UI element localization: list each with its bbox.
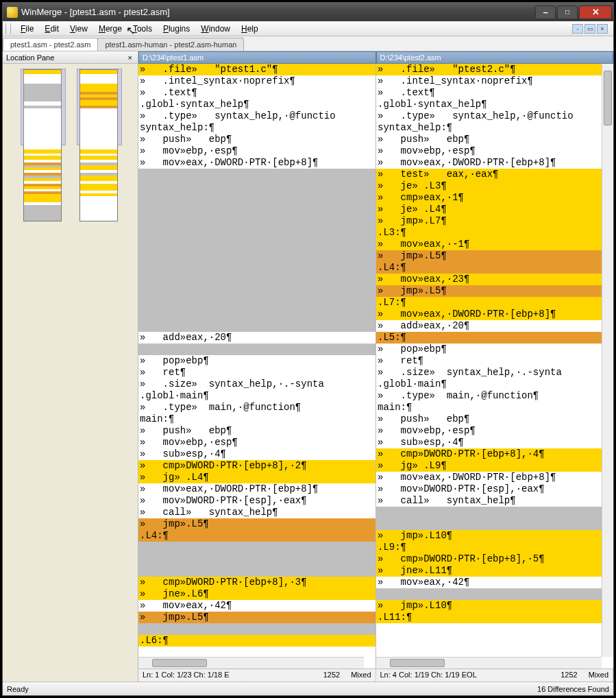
code-line[interactable]: » je» .L3¶	[376, 180, 613, 192]
location-pane-close-icon[interactable]: ×	[126, 53, 134, 62]
code-line[interactable]: .globl·main¶	[376, 378, 613, 390]
code-line[interactable]	[138, 262, 375, 274]
code-line[interactable]: » cmp»DWORD·PTR·[ebp+8],·3¶	[138, 577, 375, 588]
code-line[interactable]: » mov»ebp,·esp¶	[376, 425, 613, 437]
code-line[interactable]: » .type» main,·@function¶	[376, 390, 613, 402]
menu-window[interactable]: Window	[195, 23, 236, 35]
code-line[interactable]: .L3:¶	[376, 227, 613, 239]
code-line[interactable]	[138, 239, 375, 250]
code-line[interactable]: » jmp».L10¶	[376, 530, 613, 542]
code-line[interactable]: .L4:¶	[376, 262, 613, 274]
code-line[interactable]: » .type» main,·@function¶	[138, 402, 375, 413]
code-line[interactable]: » sub»esp,·4¶	[138, 448, 375, 460]
code-line[interactable]: » call» syntax_help¶	[376, 495, 613, 507]
code-line[interactable]: » sub»esp,·4¶	[376, 437, 613, 448]
code-line[interactable]: » mov»ebp,·esp¶	[376, 145, 613, 157]
code-line[interactable]	[138, 169, 375, 180]
menu-file[interactable]: File	[15, 23, 39, 35]
h-scrollbar[interactable]	[138, 657, 364, 669]
code-line[interactable]: » push» ebp¶	[138, 134, 375, 145]
menu-merge[interactable]: Merge	[93, 23, 127, 35]
code-line[interactable]: » push» ebp¶	[376, 413, 613, 425]
code-line[interactable]	[138, 320, 375, 332]
code-line[interactable]: » mov»eax,·DWORD·PTR·[ebp+8]¶	[376, 472, 613, 483]
code-line[interactable]: » je» .L4¶	[376, 204, 613, 215]
code-line[interactable]: » pop»ebp¶	[376, 344, 613, 355]
mdi-close-button[interactable]: ×	[597, 24, 608, 34]
code-line[interactable]	[138, 215, 375, 227]
code-line[interactable]: .L11:¶	[376, 612, 613, 623]
code-line[interactable]	[138, 344, 375, 355]
code-line[interactable]: » mov»DWORD·PTR·[esp],·eax¶	[376, 483, 613, 495]
code-line[interactable]: » push» ebp¶	[138, 425, 375, 437]
code-line[interactable]: » .type» syntax_help,·@functio	[138, 110, 375, 122]
code-line[interactable]	[376, 507, 613, 518]
left-code[interactable]: » .file» "ptest1.c"¶» .intel_syntax·nopr…	[138, 64, 375, 647]
code-line[interactable]: » .file» "ptest2.c"¶	[376, 64, 613, 75]
code-line[interactable]	[138, 180, 375, 192]
code-line[interactable]: » mov»eax,·DWORD·PTR·[ebp+8]¶	[138, 157, 375, 169]
code-line[interactable]	[376, 588, 613, 600]
code-line[interactable]: » push» ebp¶	[376, 134, 613, 145]
maximize-button[interactable]	[557, 5, 578, 19]
minimize-button[interactable]	[535, 5, 556, 19]
menu-view[interactable]: View	[64, 23, 93, 35]
right-code[interactable]: » .file» "ptest2.c"¶» .intel_syntax·nopr…	[376, 64, 613, 623]
code-line[interactable]: » ret¶	[376, 355, 613, 367]
location-pane-body[interactable]	[3, 64, 138, 682]
code-line[interactable]: » .size» syntax_help,·.-synta	[376, 367, 613, 378]
code-line[interactable]: » jg» .L9¶	[376, 460, 613, 472]
code-line[interactable]: » cmp»DWORD·PTR·[ebp+8],·5¶	[376, 553, 613, 565]
code-line[interactable]: » cmp»DWORD·PTR·[ebp+8],·4¶	[376, 448, 613, 460]
code-line[interactable]: syntax_help:¶	[376, 122, 613, 134]
code-line[interactable]	[138, 204, 375, 215]
code-line[interactable]: » jg» .L4¶	[138, 472, 375, 483]
menu-edit[interactable]: Edit	[39, 23, 64, 35]
code-line[interactable]	[138, 623, 375, 635]
right-pane[interactable]: » .file» "ptest2.c"¶» .intel_syntax·nopr…	[376, 64, 613, 669]
menu-plugins[interactable]: Plugins	[158, 23, 195, 35]
code-line[interactable]: » call» syntax_help¶	[138, 507, 375, 518]
code-line[interactable]: » .file» "ptest1.c"¶	[138, 64, 375, 75]
code-line[interactable]: » mov»eax,·23¶	[376, 274, 613, 285]
code-line[interactable]: .globl·syntax_help¶	[138, 99, 375, 110]
code-line[interactable]	[138, 542, 375, 553]
code-line[interactable]: .L9:¶	[376, 542, 613, 553]
code-line[interactable]: » jne».L6¶	[138, 588, 375, 600]
code-line[interactable]	[138, 192, 375, 204]
code-line[interactable]	[138, 285, 375, 297]
code-line[interactable]: .globl·main¶	[138, 390, 375, 402]
code-line[interactable]: » .intel_syntax·noprefix¶	[138, 75, 375, 87]
code-line[interactable]: » pop»ebp¶	[138, 355, 375, 367]
code-line[interactable]: » jmp».L5¶	[138, 518, 375, 530]
code-line[interactable]	[138, 227, 375, 239]
code-line[interactable]: » .text¶	[376, 87, 613, 99]
menu-tools[interactable]: Tools	[127, 23, 158, 35]
code-line[interactable]: » mov»eax,·DWORD·PTR·[ebp+8]¶	[376, 157, 613, 169]
code-line[interactable]: » mov»eax,·42¶	[138, 600, 375, 612]
code-line[interactable]: .globl·syntax_help¶	[376, 99, 613, 110]
code-line[interactable]	[138, 297, 375, 309]
code-line[interactable]: » mov»eax,·-1¶	[376, 239, 613, 250]
code-line[interactable]: .L7:¶	[376, 297, 613, 309]
mdi-minimize-button[interactable]: -	[572, 24, 583, 34]
code-line[interactable]: » mov»ebp,·esp¶	[138, 145, 375, 157]
code-line[interactable]: » mov»eax,·42¶	[376, 577, 613, 588]
code-line[interactable]: » cmp»DWORD·PTR·[ebp+8],·2¶	[138, 460, 375, 472]
close-button[interactable]	[579, 5, 612, 19]
code-line[interactable]: .L6:¶	[138, 635, 375, 647]
code-line[interactable]: .L4:¶	[138, 530, 375, 542]
code-line[interactable]	[138, 250, 375, 262]
h-scrollbar[interactable]	[376, 657, 602, 669]
code-line[interactable]: main:¶	[138, 413, 375, 425]
code-line[interactable]: » jmp».L5¶	[376, 285, 613, 297]
code-line[interactable]	[138, 565, 375, 577]
code-line[interactable]: syntax_help:¶	[138, 122, 375, 134]
code-line[interactable]: » mov»ebp,·esp¶	[138, 437, 375, 448]
code-line[interactable]: » add»eax,·20¶	[376, 320, 613, 332]
code-line[interactable]: » .size» syntax_help,·.-synta	[138, 378, 375, 390]
code-line[interactable]	[138, 309, 375, 320]
code-line[interactable]: .L5:¶	[376, 332, 613, 344]
code-line[interactable]: » test» eax,·eax¶	[376, 169, 613, 180]
code-line[interactable]: » jmp».L7¶	[376, 215, 613, 227]
